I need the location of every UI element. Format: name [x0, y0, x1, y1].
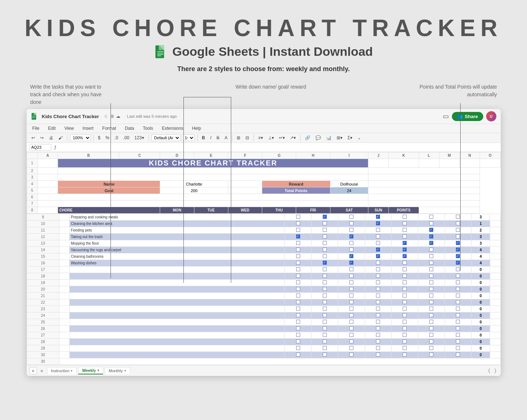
thu-cell-21[interactable] — [365, 293, 391, 299]
fri-cell-17[interactable] — [391, 267, 418, 273]
tue-cell-10[interactable] — [311, 221, 338, 227]
thu-cell-22[interactable] — [365, 299, 391, 306]
italic-button[interactable]: I — [208, 135, 213, 141]
thu-cell-9[interactable] — [365, 214, 391, 221]
sun-cell-12[interactable] — [445, 234, 471, 240]
sat-cell-9[interactable] — [418, 214, 445, 221]
fri-cell-27[interactable] — [391, 332, 418, 339]
sat-cell-12[interactable] — [418, 234, 445, 240]
mon-cell-30[interactable] — [285, 352, 311, 358]
sun-cell-15[interactable] — [445, 253, 471, 260]
zoom-select[interactable]: 100% — [70, 135, 91, 141]
sun-cell-16[interactable] — [445, 260, 471, 267]
format-num-button[interactable]: 123▾ — [133, 135, 146, 141]
sat-cell-22[interactable] — [418, 299, 445, 306]
sun-cell-11[interactable] — [445, 227, 471, 234]
mon-cell-27[interactable] — [285, 332, 311, 339]
sun-cell-17[interactable] — [445, 267, 471, 273]
tue-cell-14[interactable] — [311, 247, 338, 253]
mon-cell-15[interactable] — [285, 253, 311, 260]
menu-file[interactable]: File — [31, 125, 41, 132]
fri-cell-23[interactable] — [391, 306, 418, 312]
tue-cell-11[interactable] — [311, 227, 338, 234]
cell-reference[interactable] — [30, 144, 51, 151]
thu-cell-18[interactable] — [365, 273, 391, 280]
wed-cell-26[interactable] — [338, 326, 365, 332]
sun-cell-30[interactable] — [445, 352, 471, 358]
menu-tools[interactable]: Tools — [142, 125, 155, 132]
tue-cell-17[interactable] — [311, 267, 338, 273]
filter-button[interactable]: ⊞▾ — [335, 135, 344, 141]
sat-cell-26[interactable] — [418, 326, 445, 332]
mon-cell-11[interactable] — [285, 227, 311, 234]
tue-cell-15[interactable] — [311, 253, 338, 260]
wed-cell-12[interactable] — [338, 234, 365, 240]
present-icon[interactable]: ▭ — [443, 112, 449, 120]
sat-cell-25[interactable] — [418, 319, 445, 326]
mon-cell-25[interactable] — [285, 319, 311, 326]
fri-cell-24[interactable] — [391, 312, 418, 319]
sun-cell-14[interactable] — [445, 247, 471, 253]
tab-weekly[interactable]: Weekly ▾ — [78, 367, 103, 374]
tue-cell-19[interactable] — [311, 280, 338, 286]
wed-cell-14[interactable] — [338, 247, 365, 253]
tue-cell-29[interactable] — [311, 345, 338, 352]
comment-button[interactable]: 💬 — [314, 135, 323, 141]
wed-cell-27[interactable] — [338, 332, 365, 339]
mon-cell-9[interactable] — [285, 214, 311, 221]
redo-button[interactable]: ↪ — [38, 135, 46, 141]
share-button[interactable]: 👥 Share — [452, 112, 483, 121]
wed-cell-20[interactable] — [338, 286, 365, 293]
nav-right-button[interactable]: 〉 — [493, 367, 498, 374]
sun-cell-28[interactable] — [445, 339, 471, 345]
tab-instruction[interactable]: Instruction ▾ — [47, 367, 77, 374]
mon-cell-28[interactable] — [285, 339, 311, 345]
tue-cell-16[interactable] — [311, 260, 338, 267]
tue-cell-22[interactable] — [311, 299, 338, 306]
function-button[interactable]: Σ▾ — [346, 135, 354, 141]
paint-format-button[interactable]: 🖌 — [57, 135, 65, 141]
wed-cell-13[interactable] — [338, 240, 365, 247]
tue-cell-18[interactable] — [311, 273, 338, 280]
sun-cell-13[interactable] — [445, 240, 471, 247]
formula-input[interactable] — [59, 145, 497, 150]
sun-cell-18[interactable] — [445, 273, 471, 280]
sat-cell-11[interactable] — [418, 227, 445, 234]
sun-cell-21[interactable] — [445, 293, 471, 299]
wed-cell-19[interactable] — [338, 280, 365, 286]
mon-cell-12[interactable] — [285, 234, 311, 240]
add-sheet-button[interactable]: + — [30, 367, 37, 374]
sun-cell-9[interactable] — [445, 214, 471, 221]
sat-cell-20[interactable] — [418, 286, 445, 293]
wed-cell-24[interactable] — [338, 312, 365, 319]
mon-cell-26[interactable] — [285, 326, 311, 332]
font-select[interactable]: Default (Ari... — [151, 135, 181, 141]
wed-cell-23[interactable] — [338, 306, 365, 312]
tue-cell-27[interactable] — [311, 332, 338, 339]
mon-cell-18[interactable] — [285, 273, 311, 280]
fontsize-select[interactable]: 10 — [182, 135, 195, 141]
mon-cell-29[interactable] — [285, 345, 311, 352]
chart-button[interactable]: 📊 — [324, 135, 333, 141]
sat-cell-23[interactable] — [418, 306, 445, 312]
thu-cell-28[interactable] — [365, 339, 391, 345]
wrap-button[interactable]: ↵▾ — [277, 135, 287, 141]
nav-left-button[interactable]: 〈 — [487, 367, 492, 374]
thu-cell-12[interactable] — [365, 234, 391, 240]
sat-cell-16[interactable] — [418, 260, 445, 267]
currency-button[interactable]: $ — [96, 135, 102, 141]
thu-cell-30[interactable] — [365, 352, 391, 358]
sat-cell-28[interactable] — [418, 339, 445, 345]
sat-cell-19[interactable] — [418, 280, 445, 286]
wed-cell-29[interactable] — [338, 345, 365, 352]
thu-cell-10[interactable] — [365, 221, 391, 227]
halign-button[interactable]: ≡▾ — [256, 135, 265, 141]
fri-cell-18[interactable] — [391, 273, 418, 280]
fri-cell-13[interactable] — [391, 240, 418, 247]
sun-cell-29[interactable] — [445, 345, 471, 352]
mon-cell-23[interactable] — [285, 306, 311, 312]
fri-cell-21[interactable] — [391, 293, 418, 299]
thu-cell-26[interactable] — [365, 326, 391, 332]
fri-cell-26[interactable] — [391, 326, 418, 332]
more-button[interactable]: ⌄ — [356, 135, 363, 141]
